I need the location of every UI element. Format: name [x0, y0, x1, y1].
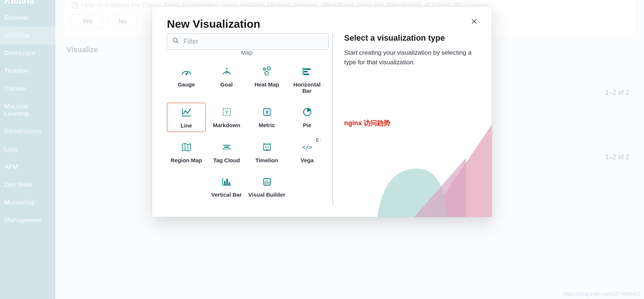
viz-type-heat-map[interactable]: Heat Map [247, 62, 286, 97]
svg-point-7 [267, 67, 270, 70]
viz-label: Vega [288, 157, 326, 163]
svg-point-29 [265, 147, 266, 148]
svg-text:T: T [225, 109, 228, 115]
viz-type-metric[interactable]: 8 Metric [247, 103, 286, 132]
svg-rect-10 [304, 68, 311, 70]
svg-line-1 [177, 42, 178, 43]
heatmap-icon [261, 65, 273, 78]
vega-icon: </> [301, 141, 314, 153]
viz-label: Pie [288, 122, 326, 128]
svg-rect-11 [304, 71, 308, 72]
svg-text:8: 8 [225, 70, 227, 74]
svg-text:</>: </> [302, 144, 312, 151]
svg-rect-12 [304, 74, 309, 75]
svg-point-5 [226, 68, 227, 69]
viz-type-gauge[interactable]: Gauge [167, 62, 206, 97]
viz-type-markdown[interactable]: T Markdown [207, 103, 246, 132]
tagcloud-icon [220, 141, 233, 153]
info-title: Select a visualization type [344, 33, 481, 43]
svg-point-16 [187, 112, 188, 114]
pie-icon [301, 106, 314, 118]
svg-point-17 [189, 109, 191, 110]
experimental-badge: E [314, 136, 321, 144]
svg-text:8: 8 [266, 109, 268, 115]
metric-icon: 8 [261, 106, 273, 118]
vbar-icon [220, 175, 233, 188]
viz-type-tag-cloud[interactable]: Tag Cloud [207, 138, 246, 166]
regionmap-icon [180, 141, 193, 153]
viz-type-region-map[interactable]: Region Map [167, 138, 206, 166]
line-icon [180, 106, 193, 119]
viz-type-vega[interactable]: </> VegaE [288, 138, 326, 166]
hbar-icon [301, 65, 314, 78]
viz-label: Goal [208, 81, 245, 88]
svg-point-8 [265, 71, 268, 75]
viz-type-timelion[interactable]: Timelion [247, 138, 286, 166]
viz-type-visual-builder[interactable]: Visual Builder [247, 172, 286, 201]
viz-type-goal[interactable]: 8 Goal [207, 62, 246, 97]
info-text: Start creating your visualization by sel… [344, 48, 481, 67]
timelion-icon [261, 141, 273, 153]
search-icon [172, 37, 179, 45]
viz-label: Visual Builder [248, 191, 285, 198]
svg-point-6 [263, 68, 266, 70]
viz-label: Region Map [168, 157, 205, 163]
svg-rect-34 [224, 181, 226, 185]
viz-label: Markdown [208, 122, 245, 128]
viz-type-horizontal-bar[interactable]: Horizontal Bar [288, 62, 326, 97]
viz-picker-panel: Map Gauge8 Goal Heat Map Horizontal Bar … [167, 33, 333, 206]
close-button[interactable] [471, 18, 477, 26]
new-visualization-modal: New Visualization Map Gauge8 Goal Heat M… [152, 7, 492, 217]
filter-wrap [167, 33, 329, 50]
svg-point-30 [267, 147, 268, 148]
viz-type-line[interactable]: Line [167, 103, 206, 132]
viz-label: Horizontal Bar [288, 81, 326, 94]
svg-rect-35 [226, 179, 228, 185]
viz-label: Tag Cloud [208, 157, 245, 163]
filter-input[interactable] [184, 38, 323, 45]
viz-label: Heat Map [248, 81, 285, 88]
decoration-shapes [370, 113, 492, 217]
svg-rect-36 [229, 182, 230, 185]
viz-label: Metric [248, 122, 285, 128]
modal-title: New Visualization [167, 18, 260, 30]
watermark: https://blog.csdn.net/Q274948451 [564, 291, 641, 297]
gauge-icon [180, 65, 193, 78]
viz-label: Gauge [168, 81, 205, 88]
visbuilder-icon [261, 175, 273, 188]
markdown-icon: T [220, 106, 233, 118]
close-icon [471, 18, 477, 24]
clipped-viz-label: Map [167, 51, 326, 56]
viz-label: Timelion [248, 157, 285, 163]
viz-label: Vertical Bar [208, 191, 245, 198]
viz-label: Line [168, 122, 205, 129]
goal-icon: 8 [220, 65, 233, 78]
svg-point-15 [185, 110, 186, 112]
svg-point-0 [173, 38, 177, 42]
viz-type-vertical-bar[interactable]: Vertical Bar [207, 172, 246, 201]
viz-type-pie[interactable]: Pie [288, 103, 326, 132]
